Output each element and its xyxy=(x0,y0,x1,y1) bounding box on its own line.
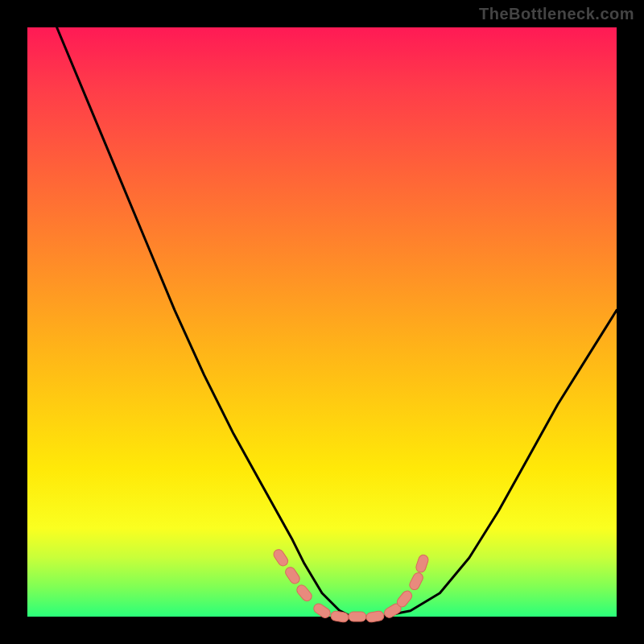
watermark-text: TheBottleneck.com xyxy=(479,5,634,23)
chart-gradient-background xyxy=(27,27,617,617)
chart-frame: TheBottleneck.com xyxy=(0,0,644,644)
